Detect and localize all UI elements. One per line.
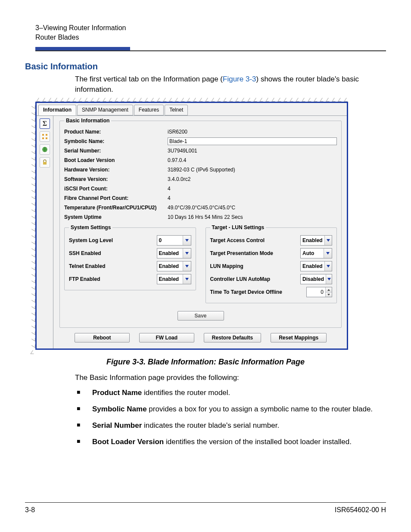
- fw-load-button[interactable]: FW Load: [139, 333, 194, 342]
- basic-info-legend: Basic Information: [64, 118, 111, 124]
- dropdown-text: Auto: [301, 249, 324, 258]
- label-symbolic-name: Symbolic Name:: [64, 138, 168, 144]
- bullet-bold: Boot Loader Version: [92, 438, 164, 446]
- chevron-down-icon[interactable]: [183, 274, 191, 284]
- dropdown-lun-mapping[interactable]: Enabled: [300, 261, 332, 271]
- bullet-text: identifies the version of the installed …: [164, 438, 352, 446]
- svg-rect-0: [42, 134, 44, 136]
- value-software-version: 3.4.0.0rc2: [168, 176, 337, 182]
- dropdown-target-access-control[interactable]: Enabled: [300, 235, 332, 246]
- vtab-lock-icon[interactable]: [40, 157, 50, 168]
- label-system-uptime: System Uptime: [64, 214, 168, 220]
- svg-rect-5: [43, 162, 47, 165]
- chevron-down-icon[interactable]: [326, 274, 332, 284]
- reboot-button[interactable]: Reboot: [75, 333, 130, 342]
- chevron-down-icon[interactable]: [324, 249, 332, 258]
- value-iscsi-port-count: 4: [168, 186, 337, 192]
- vtab-grid-icon[interactable]: [40, 131, 50, 142]
- svg-marker-10: [327, 239, 330, 242]
- dropdown-text: Enabled: [301, 261, 324, 271]
- dropdown-ftp-enabled[interactable]: Enabled: [157, 274, 191, 284]
- list-item: Product Name identifies the router model…: [75, 388, 386, 398]
- chevron-down-icon[interactable]: [324, 236, 332, 245]
- value-serial-number: 3U7949L001: [168, 148, 337, 154]
- dropdown-text: Disabled: [301, 274, 326, 284]
- top-tabstrip: Information SNMP Management Features Tel…: [37, 103, 347, 115]
- value-product-name: iSR6200: [168, 129, 337, 135]
- chevron-down-icon[interactable]: [324, 261, 332, 271]
- svg-marker-7: [185, 252, 189, 255]
- input-symbolic-name[interactable]: [168, 137, 337, 145]
- bullet-bold: Serial Number: [92, 421, 142, 429]
- svg-marker-14: [327, 289, 330, 291]
- label-lun-mapping: LUN Mapping: [210, 263, 301, 269]
- value-fc-port-count: 4: [168, 195, 337, 201]
- page-footer: 3-8 ISR654602-00 H: [25, 502, 386, 514]
- value-boot-loader: 0.97.0.4: [168, 157, 337, 163]
- value-hardware-version: 31892-03 C (IPv6 Supported): [168, 167, 337, 173]
- crop-ticks-top: ∠∠∠∠∠∠∠∠∠∠∠∠∠∠∠∠∠∠∠∠∠∠∠∠∠∠∠∠∠∠∠∠∠∠∠∠∠∠∠∠…: [36, 97, 348, 103]
- section-title: Router Blades: [35, 33, 386, 42]
- vertical-tab-column: Σ: [37, 116, 53, 348]
- svg-rect-2: [42, 137, 44, 139]
- label-software-version: Software Version:: [64, 176, 168, 182]
- footer-page-number: 3-8: [25, 506, 35, 514]
- crop-ticks-left: ∠∠∠∠∠∠∠∠∠∠∠∠∠∠∠∠∠∠∠∠∠∠∠∠∠∠∠∠∠∠∠∠∠∠∠∠∠∠∠∠…: [31, 103, 37, 348]
- dropdown-text: 0: [157, 236, 183, 245]
- label-system-log-level: System Log Level: [69, 237, 157, 243]
- vtab-sigma-icon[interactable]: Σ: [40, 118, 50, 129]
- label-ftp-enabled: FTP Enabled: [69, 276, 157, 282]
- chapter-title: 3–Viewing Router Information: [35, 23, 386, 33]
- figure-xref[interactable]: Figure 3-3: [223, 75, 256, 83]
- bullet-text: indicates the router blade's serial numb…: [142, 421, 279, 429]
- header-rule: [35, 47, 386, 51]
- svg-marker-11: [326, 252, 330, 255]
- tab-features[interactable]: Features: [134, 105, 164, 115]
- bullet-text: provides a box for you to assign a symbo…: [147, 405, 373, 413]
- value-temperature: 49.0°C/39.0°C/45.0°C/45.0°C: [168, 205, 337, 211]
- label-iscsi-port-count: iSCSI Port Count:: [64, 186, 168, 192]
- list-item: Serial Number indicates the router blade…: [75, 420, 386, 431]
- label-fc-port-count: Fibre Channel Port Count:: [64, 195, 168, 201]
- spinner-time-to-target-offline[interactable]: 0: [306, 287, 332, 297]
- bullet-bold: Symbolic Name: [92, 405, 147, 413]
- list-item: Symbolic Name provides a box for you to …: [75, 404, 386, 414]
- dropdown-text: Enabled: [157, 274, 183, 284]
- spinner-up-icon[interactable]: [326, 287, 332, 292]
- chevron-down-icon[interactable]: [183, 261, 191, 271]
- reset-mappings-button[interactable]: Reset Mappings: [271, 333, 327, 342]
- dropdown-system-log-level[interactable]: 0: [157, 235, 191, 246]
- chevron-down-icon[interactable]: [183, 236, 191, 245]
- embedded-screenshot: ∠∠∠∠∠∠∠∠∠∠∠∠∠∠∠∠∠∠∠∠∠∠∠∠∠∠∠∠∠∠∠∠∠∠∠∠∠∠∠∠…: [35, 102, 348, 350]
- system-settings-group: System Settings System Log Level 0: [64, 224, 196, 290]
- label-controller-lun-automap: Controller LUN AutoMap: [210, 276, 301, 282]
- label-target-presentation-mode: Target Presentation Mode: [210, 250, 301, 256]
- label-ssh-enabled: SSH Enabled: [69, 250, 157, 256]
- bullet-list: Product Name identifies the router model…: [75, 388, 386, 448]
- chevron-down-icon[interactable]: [183, 249, 191, 258]
- dropdown-text: Enabled: [157, 249, 183, 258]
- label-product-name: Product Name:: [64, 129, 168, 135]
- dropdown-controller-lun-automap[interactable]: Disabled: [300, 274, 332, 284]
- label-temperature: Temperature (Front/Rear/CPU1/CPU2): [64, 205, 168, 211]
- dropdown-target-presentation-mode[interactable]: Auto: [300, 248, 332, 258]
- svg-marker-15: [327, 294, 330, 296]
- dropdown-ssh-enabled[interactable]: Enabled: [157, 248, 191, 258]
- label-boot-loader: Boot Loader Version: [64, 157, 168, 163]
- dropdown-text: Enabled: [157, 261, 183, 271]
- system-settings-legend: System Settings: [69, 224, 112, 230]
- tab-telnet[interactable]: Telnet: [165, 105, 188, 115]
- tab-snmp-management[interactable]: SNMP Management: [77, 105, 133, 115]
- restore-defaults-button[interactable]: Restore Defaults: [204, 333, 261, 342]
- vtab-globe-icon[interactable]: [40, 144, 50, 155]
- label-time-to-target-offline: Time To Target Device Offline: [210, 289, 307, 295]
- tab-information[interactable]: Information: [38, 105, 76, 115]
- save-button[interactable]: Save: [177, 311, 224, 320]
- target-lun-legend: Target - LUN Settings: [210, 224, 266, 230]
- value-system-uptime: 10 Days 16 Hrs 54 Mins 22 Secs: [168, 214, 337, 220]
- dropdown-telnet-enabled[interactable]: Enabled: [157, 261, 191, 271]
- figure-caption: Figure 3-3. Blade Information: Basic Inf…: [25, 358, 386, 367]
- spinner-down-icon[interactable]: [326, 292, 332, 297]
- label-target-access-control: Target Access Control: [210, 237, 301, 243]
- footer-doc-id: ISR654602-00 H: [335, 506, 386, 514]
